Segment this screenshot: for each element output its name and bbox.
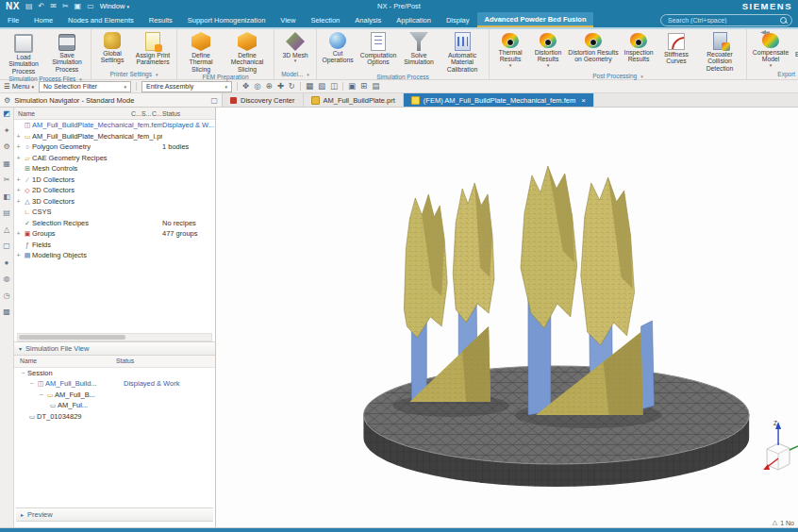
web-browser-icon[interactable]: ◍	[4, 275, 10, 283]
selection-filter-dropdown[interactable]: No Selection Filter ▾	[39, 81, 131, 92]
3d-mesh-button[interactable]: 3D Mesh ▾	[276, 30, 314, 64]
automatic-material-calibration-button[interactable]: Automatic Material Calibration	[438, 30, 487, 73]
group-title[interactable]: Simulation Process	[319, 73, 487, 82]
window-split-icon[interactable]: ◫	[330, 82, 338, 91]
pin-panel-icon[interactable]: ▢	[210, 96, 218, 105]
tab-file[interactable]: File	[0, 12, 26, 27]
thermal-results-button[interactable]: Thermal Results ▾	[491, 30, 529, 68]
undo-icon[interactable]: ↶	[38, 3, 44, 10]
file-view-row[interactable]: − Session	[14, 368, 215, 379]
file-view-row[interactable]: − ▭ AM_Full_B...	[14, 390, 215, 401]
tree-row[interactable]: + ▤ Modeling Objects	[14, 250, 215, 261]
wireframe-view-icon[interactable]: ▧	[318, 82, 325, 91]
select-icon[interactable]: ◎	[254, 82, 260, 91]
save-icon[interactable]: ▤	[25, 3, 33, 10]
tab-fem-buildplate-mechanical[interactable]: (FEM) AM_Full_BuildPlate_Mechanical_fem.…	[404, 93, 594, 107]
window-box-icon[interactable]: ▭	[87, 3, 94, 10]
roles-icon[interactable]: ●	[5, 259, 9, 267]
solve-simulation-button[interactable]: Solve Simulation	[400, 30, 438, 66]
tab-support-homogenization[interactable]: Support Homogenization	[180, 12, 274, 27]
export-stl-files-button[interactable]: Export STL Files	[792, 30, 798, 65]
selection-scope-dropdown[interactable]: Entire Assembly ▾	[141, 81, 232, 92]
process-studio-icon[interactable]: ▩	[3, 308, 10, 316]
define-mechanical-slicing-button[interactable]: Define Mechanical Slicing	[223, 30, 272, 73]
notifications-icon[interactable]: △	[4, 226, 9, 234]
gear-icon[interactable]: ⚙	[4, 96, 10, 105]
simulation-file-view-header[interactable]: ▾ Simulation File View	[14, 341, 215, 356]
assign-print-parameters-button[interactable]: Assign Print Parameters	[131, 30, 175, 66]
zoom-fit-icon[interactable]: ⊕	[266, 82, 273, 91]
command-search[interactable]	[660, 14, 792, 26]
save-simulation-process-button[interactable]: Save Simulation Process	[45, 30, 89, 73]
tab-results[interactable]: Results	[141, 12, 180, 27]
reuse-library-icon[interactable]: ◧	[3, 193, 10, 201]
recoater-collision-detection-button[interactable]: Recoater Collision Detection	[695, 30, 744, 72]
tab-nodes-and-elements[interactable]: Nodes and Elements	[60, 12, 141, 27]
tab-advanced-powder-bed-fusion[interactable]: Advanced Powder Bed Fusion	[477, 12, 594, 27]
inspection-results-button[interactable]: Inspection Results	[620, 30, 657, 63]
distortion-results-on-geometry-button[interactable]: Distortion Results on Geometry	[567, 30, 620, 63]
file-view-row[interactable]: ▭ AM_Ful...	[14, 400, 215, 411]
group-title[interactable]: Post Processing ▾	[491, 72, 744, 81]
view-manager-icon[interactable]: ▤	[3, 209, 10, 217]
snap-point-icon[interactable]: ✥	[242, 82, 249, 91]
group-title[interactable]: Printer Settings ▾	[93, 70, 175, 79]
tab-selection[interactable]: Selection	[303, 12, 347, 27]
cut-icon[interactable]: ✂	[62, 3, 69, 10]
computation-options-button[interactable]: Computation Options	[357, 30, 400, 66]
tab-home[interactable]: Home	[26, 12, 60, 27]
stiffness-curves-button[interactable]: Stiffness Curves	[657, 30, 695, 65]
tab-display[interactable]: Display	[439, 12, 477, 27]
distortion-results-button[interactable]: Distortion Results ▾	[529, 30, 567, 68]
compensate-model-button[interactable]: Compensate Model ▾	[749, 30, 792, 68]
group-title[interactable]: Export ▾	[749, 70, 798, 79]
load-simulation-process-button[interactable]: Load Simulation Process	[2, 30, 45, 75]
tab-discovery-center[interactable]: Discovery Center	[223, 93, 304, 107]
preview-section-header[interactable]: ▸ Preview	[16, 507, 213, 522]
part-module-icon[interactable]: ▢	[3, 242, 10, 250]
tab-view[interactable]: View	[273, 12, 303, 27]
tab-application[interactable]: Application	[389, 12, 439, 27]
pan-icon[interactable]: ✚	[277, 82, 284, 91]
global-settings-button[interactable]: Global Settings	[93, 30, 131, 64]
tree-row[interactable]: + ▣ Groups 477 groups	[14, 228, 215, 240]
tree-row[interactable]: + ◇ 2D Collectors	[14, 185, 215, 196]
notification-badge[interactable]: △ 1 No	[773, 519, 794, 526]
tree-row[interactable]: ∟ CSYS	[14, 207, 215, 218]
assembly-navigator-icon[interactable]: ⚙	[3, 143, 9, 151]
show-hide-icon[interactable]: ▣	[348, 82, 356, 91]
mail-icon[interactable]: ✉	[50, 3, 57, 10]
shaded-view-icon[interactable]: ▦	[306, 82, 313, 91]
menu-button[interactable]: ☰ Menu ▾	[4, 82, 34, 91]
tree-row[interactable]: ƒ Fields	[14, 240, 215, 251]
search-input[interactable]	[666, 16, 777, 25]
graphics-viewport[interactable]: Z △ 1 No	[216, 108, 798, 527]
tree-row[interactable]: + ▱ CAE Geometry Recipes	[14, 153, 215, 164]
tree-row[interactable]: ◫ AM_Full_BuildPlate_Mechanical_fem.fem …	[14, 120, 215, 131]
tree-row[interactable]: ⊞ Mesh Controls	[14, 163, 215, 175]
history-icon[interactable]: ◷	[4, 292, 10, 300]
part-navigator-icon[interactable]: ▦	[3, 160, 10, 168]
layer-settings-icon[interactable]: ▤	[372, 82, 379, 91]
window-panes-icon[interactable]: ▣	[75, 3, 82, 10]
tab-analysis[interactable]: Analysis	[347, 12, 389, 27]
tree-row[interactable]: + △ 3D Collectors	[14, 196, 215, 208]
constraint-navigator-icon[interactable]: ✂	[4, 176, 10, 184]
tab-buildplate-prt[interactable]: AM_Full_BuildPlate.prt	[304, 93, 404, 107]
file-view-row[interactable]: − ◫ AM_Full_Build... Displayed & Work	[14, 378, 215, 390]
define-thermal-slicing-button[interactable]: Define Thermal Slicing	[179, 30, 223, 73]
tree-row[interactable]: + ○ Polygon Geometry 1 bodies	[14, 141, 215, 153]
close-icon[interactable]: ×	[581, 96, 586, 105]
tree-row[interactable]: + ▭ AM_Full_BuildPlate_Mechanical_fem_i.…	[14, 131, 215, 142]
post-navigator-icon[interactable]: ✦	[4, 127, 10, 135]
tree-row[interactable]: + ∕ 1D Collectors	[14, 175, 215, 186]
cut-operations-button[interactable]: Cut Operations	[319, 30, 357, 64]
file-view-row[interactable]: ▭ DT_01034829	[14, 411, 215, 423]
group-title[interactable]: Model... ▾	[276, 70, 314, 79]
horizontal-scrollbar[interactable]	[17, 333, 212, 341]
tree-row[interactable]: ✓ Selection Recipes No recipes	[14, 218, 215, 229]
rotate-view-icon[interactable]: ↻	[289, 82, 295, 91]
grid-display-icon[interactable]: ⊞	[360, 82, 367, 91]
simulation-navigator-icon[interactable]: ◩	[3, 110, 10, 118]
window-menu[interactable]: Window ▾	[100, 2, 129, 10]
